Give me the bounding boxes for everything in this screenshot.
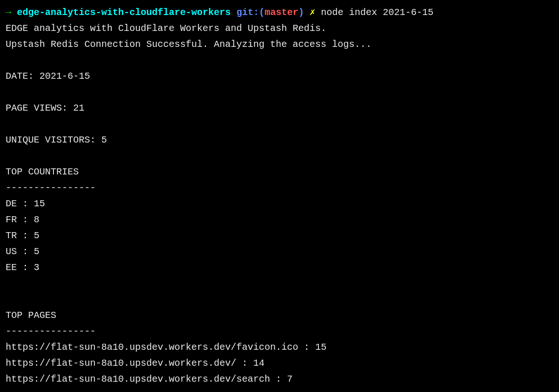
pageviews-line: PAGE VIEWS: 21	[6, 100, 553, 116]
country-code: TR	[6, 230, 17, 241]
country-count: 15	[34, 198, 45, 209]
country-count: 5	[34, 230, 39, 241]
git-label: git:	[236, 7, 259, 18]
country-row: EE : 3	[6, 260, 553, 276]
top-pages-header: TOP PAGES	[6, 308, 553, 324]
prompt-directory: edge-analytics-with-cloudflare-workers	[17, 7, 231, 18]
page-row: https://flat-sun-8a10.upsdev.workers.dev…	[6, 371, 553, 387]
country-count: 3	[34, 262, 39, 273]
git-branch: master	[264, 7, 298, 18]
date-label: DATE:	[6, 71, 34, 82]
divider: ----------------	[6, 324, 553, 339]
page-count: 7	[287, 374, 293, 384]
country-code: FR	[6, 214, 17, 225]
page-url: https://flat-sun-8a10.upsdev.workers.dev…	[6, 358, 236, 369]
date-value: 2021-6-15	[39, 71, 90, 82]
pageviews-label: PAGE VIEWS:	[6, 103, 68, 113]
prompt-arrow-icon: →	[6, 7, 11, 18]
country-row: TR : 5	[6, 228, 553, 244]
country-row: FR : 8	[6, 212, 553, 228]
output-intro-line-1: EDGE analytics with CloudFlare Workers a…	[6, 21, 553, 37]
unique-visitors-label: UNIQUE VISITORS:	[6, 135, 96, 145]
country-count: 5	[34, 246, 39, 257]
blank-line	[6, 53, 553, 68]
page-row: https://flat-sun-8a10.upsdev.workers.dev…	[6, 339, 553, 355]
unique-visitors-value: 5	[101, 135, 107, 145]
blank-line	[6, 276, 553, 292]
dirty-marker-icon: ✗	[310, 7, 315, 18]
shell-command: node index 2021-6-15	[321, 7, 433, 18]
country-code: US	[6, 246, 17, 257]
page-url: https://flat-sun-8a10.upsdev.workers.dev…	[6, 342, 298, 353]
country-code: EE	[6, 262, 17, 273]
page-url: https://flat-sun-8a10.upsdev.workers.dev…	[6, 374, 270, 384]
blank-line	[6, 148, 553, 164]
blank-line	[6, 116, 553, 132]
output-intro-line-2: Upstash Redis Connection Successful. Ana…	[6, 37, 553, 53]
pageviews-value: 21	[73, 103, 84, 113]
divider: ----------------	[6, 180, 553, 196]
top-countries-header: TOP COUNTRIES	[6, 164, 553, 180]
git-paren-open: (	[259, 7, 264, 18]
shell-prompt-line[interactable]: → edge-analytics-with-cloudflare-workers…	[6, 5, 553, 21]
country-count: 8	[34, 214, 39, 225]
page-count: 15	[315, 342, 326, 353]
git-paren-close: )	[298, 7, 304, 18]
country-row: DE : 15	[6, 196, 553, 212]
unique-visitors-line: UNIQUE VISITORS: 5	[6, 132, 553, 148]
country-code: DE	[6, 198, 17, 209]
page-count: 14	[253, 358, 264, 369]
country-row: US : 5	[6, 244, 553, 260]
page-row: https://flat-sun-8a10.upsdev.workers.dev…	[6, 355, 553, 371]
date-line: DATE: 2021-6-15	[6, 68, 553, 84]
blank-line	[6, 292, 553, 308]
prompt-spacing	[11, 7, 17, 18]
blank-line	[6, 84, 553, 100]
